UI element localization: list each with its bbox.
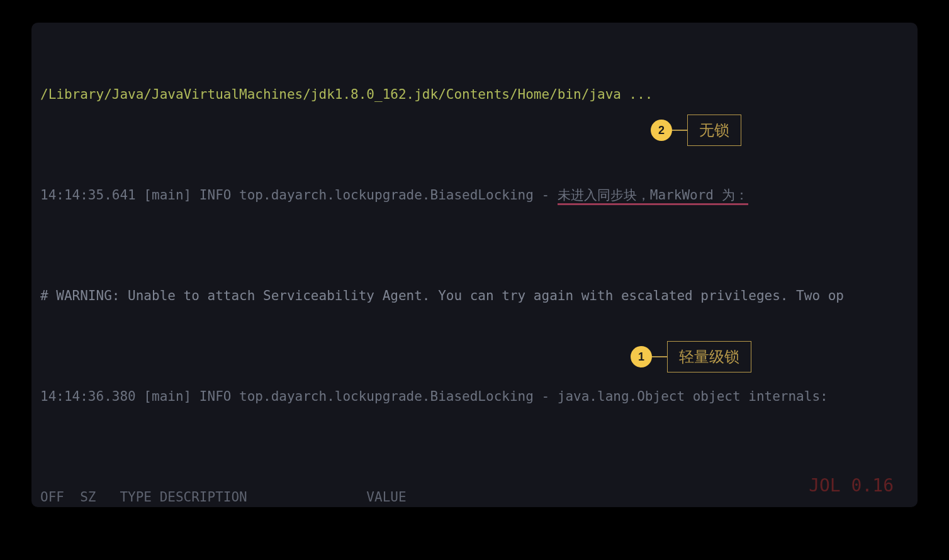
log1-message: 未进入同步块，MarkWord 为：: [558, 188, 748, 205]
warning-line: # WARNING: Unable to attach Serviceabili…: [40, 283, 911, 308]
table-header-1: OFF SZ TYPE DESCRIPTION VALUE: [40, 484, 911, 507]
callout-badge-2: 2: [651, 120, 672, 141]
callout-label-1: 轻量级锁: [667, 341, 751, 372]
callout-badge-1: 1: [631, 346, 652, 367]
callout-1: 1 轻量级锁: [631, 341, 751, 372]
log-line-2: 14:14:36.380 [main] INFO top.dayarch.loc…: [40, 384, 911, 409]
log-line-1: 14:14:35.641 [main] INFO top.dayarch.loc…: [40, 182, 911, 208]
callout-connector-1: [652, 356, 667, 357]
callout-2: 2 无锁: [651, 115, 741, 146]
terminal-window: /Library/Java/JavaVirtualMachines/jdk1.8…: [31, 23, 918, 507]
callout-connector-2: [672, 130, 687, 131]
command-line: /Library/Java/JavaVirtualMachines/jdk1.8…: [40, 82, 911, 107]
watermark: JOL 0.16: [809, 473, 894, 498]
callout-label-2: 无锁: [687, 115, 741, 146]
